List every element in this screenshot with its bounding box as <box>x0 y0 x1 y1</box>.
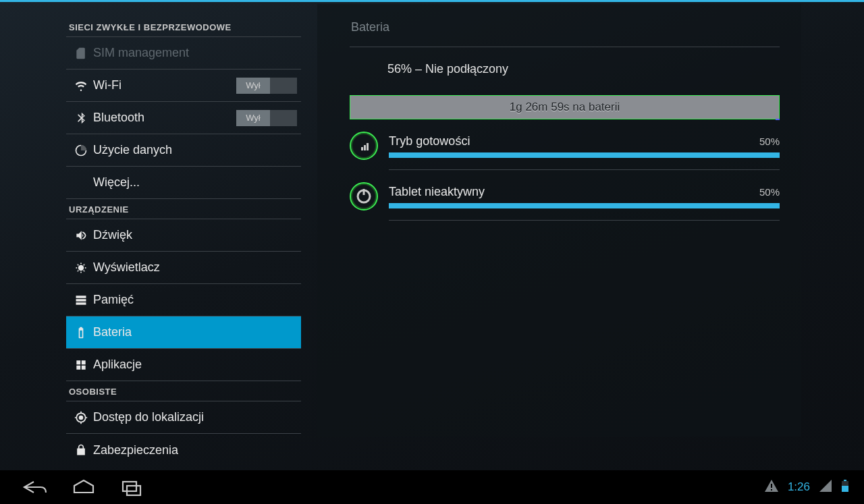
sidebar-item-label: Użycie danych <box>92 143 297 157</box>
status-clock[interactable]: 1:26 <box>788 480 810 494</box>
settings-sidebar: SIECI ZWYKŁE I BEZPRZEWODOWE SIM managem… <box>66 2 301 470</box>
usage-item-label: Tablet nieaktywny <box>389 185 485 199</box>
usage-bar <box>389 152 780 158</box>
svg-rect-2 <box>367 143 369 150</box>
sidebar-item-datausage[interactable]: Użycie danych <box>66 134 301 167</box>
home-button[interactable] <box>69 478 99 497</box>
signal-icon[interactable] <box>819 480 832 495</box>
warning-icon[interactable] <box>765 480 778 495</box>
usage-item-label: Tryb gotowości <box>389 134 470 148</box>
divider <box>350 47 780 47</box>
apps-icon <box>70 358 92 372</box>
sidebar-item-location[interactable]: Dostęp do lokalizacji <box>66 401 301 434</box>
section-header-device: URZĄDZENIE <box>66 199 301 219</box>
usage-item-percent: 50% <box>759 136 780 147</box>
page-title: Bateria <box>351 20 780 34</box>
sidebar-item-apps[interactable]: Aplikacje <box>66 349 301 381</box>
battery-icon <box>70 326 92 339</box>
recent-apps-button[interactable] <box>117 478 147 497</box>
usage-item-standby[interactable]: Tryb gotowości 50% <box>350 132 780 160</box>
storage-icon <box>70 293 92 307</box>
discharge-duration: 1g 26m 59s na baterii <box>510 101 620 114</box>
sidebar-item-label: Bluetooth <box>92 111 236 125</box>
usage-bar <box>389 203 780 208</box>
divider <box>389 220 780 221</box>
usage-item-idle[interactable]: Tablet nieaktywny 50% <box>350 182 780 211</box>
wifi-toggle[interactable]: Wył <box>236 78 297 94</box>
svg-rect-7 <box>844 480 846 481</box>
svg-rect-9 <box>842 486 848 492</box>
wifi-toggle-state: Wył <box>236 78 270 94</box>
sidebar-item-label: Dźwięk <box>92 228 297 242</box>
sidebar-item-label: Aplikacje <box>92 358 297 372</box>
sidebar-item-label: Zabezpieczenia <box>92 443 297 457</box>
sidebar-item-label: Pamięć <box>92 293 297 307</box>
system-navbar: 1:26 <box>0 470 864 504</box>
sidebar-item-bluetooth[interactable]: Bluetooth Wył <box>66 102 301 134</box>
wifi-icon <box>70 79 92 92</box>
discharge-graph[interactable]: 1g 26m 59s na baterii <box>350 95 780 119</box>
sidebar-item-label: Bateria <box>92 325 297 339</box>
bluetooth-icon <box>70 111 92 125</box>
divider <box>389 169 780 170</box>
sound-icon <box>70 229 92 242</box>
battery-status: 56% – Nie podłączony <box>387 62 780 76</box>
svg-rect-1 <box>364 145 366 150</box>
power-icon <box>350 182 378 211</box>
data-usage-icon <box>70 144 92 157</box>
sidebar-item-security[interactable]: Zabezpieczenia <box>66 434 301 466</box>
section-header-wireless: SIECI ZWYKŁE I BEZPRZEWODOWE <box>66 17 301 37</box>
sidebar-item-battery[interactable]: Bateria <box>66 316 301 349</box>
status-battery-icon[interactable] <box>841 480 849 495</box>
back-button[interactable] <box>20 478 50 497</box>
sidebar-item-label: Wyświetlacz <box>92 260 297 275</box>
sidebar-item-display[interactable]: Wyświetlacz <box>66 252 301 284</box>
battery-detail-panel: Bateria 56% – Nie podłączony 1g 26m 59s … <box>317 4 801 437</box>
sidebar-item-wifi[interactable]: Wi-Fi Wył <box>66 69 301 102</box>
bluetooth-toggle-state: Wył <box>236 110 270 126</box>
bluetooth-toggle[interactable]: Wył <box>236 110 297 126</box>
sidebar-item-more[interactable]: Więcej... <box>66 167 301 199</box>
sidebar-item-label: Dostęp do lokalizacji <box>92 410 297 424</box>
sidebar-item-label: Więcej... <box>92 175 297 190</box>
sidebar-item-sim-management[interactable]: SIM management <box>66 37 301 69</box>
svg-rect-0 <box>361 147 363 150</box>
usage-item-percent: 50% <box>759 186 780 198</box>
sidebar-item-sound[interactable]: Dźwięk <box>66 219 301 252</box>
sidebar-item-label: Wi-Fi <box>92 78 236 92</box>
section-header-personal: OSOBISTE <box>66 381 301 401</box>
sidebar-item-storage[interactable]: Pamięć <box>66 284 301 316</box>
cell-standby-icon <box>350 132 378 160</box>
sim-icon <box>70 47 92 60</box>
lock-icon <box>70 443 92 457</box>
location-icon <box>70 411 92 424</box>
sidebar-item-label: SIM management <box>92 46 297 60</box>
display-icon <box>70 261 92 275</box>
